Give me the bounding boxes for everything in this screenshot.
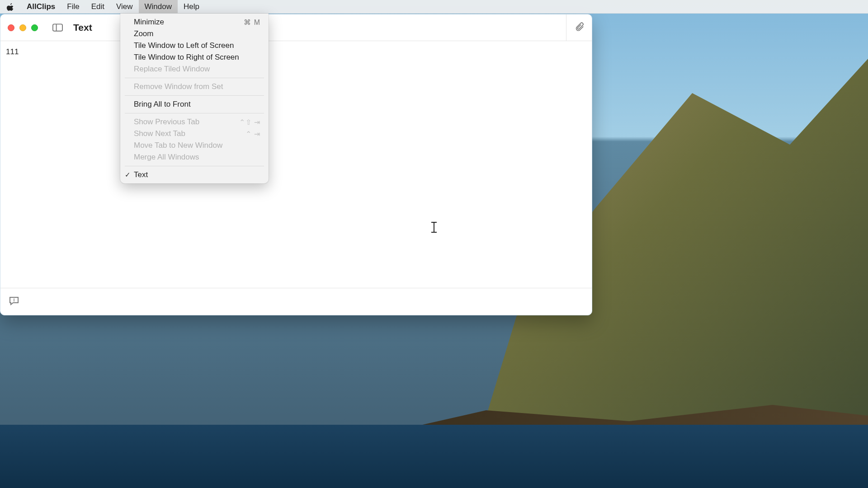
menu-show-prev-tab: Show Previous Tab ⌃⇧ ⇥ [120,116,269,128]
menu-move-tab-new-label: Move Tab to New Window [134,141,222,150]
editor-content[interactable]: 111 [0,41,592,288]
menu-separator [125,78,264,78]
traffic-lights [8,24,38,31]
menu-merge-all-label: Merge All Windows [134,153,199,162]
menu-view[interactable]: View [110,0,139,13]
menu-tile-right-label: Tile Window to Right of Screen [134,53,239,62]
menu-move-tab-new: Move Tab to New Window [120,140,269,151]
menu-window-entry-text[interactable]: ✓ Text [120,169,269,181]
menu-minimize-shortcut: ⌘ M [244,18,260,27]
menu-tile-right[interactable]: Tile Window to Right of Screen [120,52,269,63]
menu-file[interactable]: File [61,0,85,13]
close-button[interactable] [8,24,14,31]
menu-show-prev-tab-shortcut: ⌃⇧ ⇥ [239,118,260,127]
menu-separator [125,113,264,113]
menu-bring-all-front-label: Bring All to Front [134,100,191,109]
menubar: AllClips File Edit View Window Help [0,0,868,14]
menu-app-name[interactable]: AllClips [21,0,61,13]
menu-remove-from-set-label: Remove Window from Set [134,82,223,91]
comment-info-icon [9,296,19,306]
apple-menu[interactable] [0,3,21,11]
toolbar-separator [566,14,566,41]
document-text: 111 [6,47,19,56]
fullscreen-button[interactable] [31,24,38,31]
sidebar-icon [52,23,63,32]
menu-separator [125,95,264,96]
titlebar: Text [0,14,592,41]
sidebar-toggle-button[interactable] [51,22,64,33]
menu-show-next-tab: Show Next Tab ⌃ ⇥ [120,128,269,140]
window-title: Text [73,22,92,33]
menu-help[interactable]: Help [178,0,205,13]
menu-bring-all-front[interactable]: Bring All to Front [120,99,269,110]
menu-separator [125,166,264,166]
menu-window-entry-label: Text [134,170,148,179]
apple-icon [6,3,14,11]
menu-tile-left-label: Tile Window to Left of Screen [134,41,234,50]
svg-rect-0 [52,24,62,31]
attachment-button[interactable] [575,22,585,33]
menu-edit[interactable]: Edit [85,0,110,13]
menu-remove-from-set: Remove Window from Set [120,81,269,93]
info-button[interactable] [9,296,19,308]
footer-bar [0,288,592,315]
menu-window[interactable]: Window [139,0,178,13]
menu-merge-all: Merge All Windows [120,151,269,163]
menu-zoom[interactable]: Zoom [120,28,269,40]
checkmark-icon: ✓ [125,171,131,179]
paperclip-icon [575,22,585,32]
menu-show-next-tab-label: Show Next Tab [134,129,185,138]
menu-show-prev-tab-label: Show Previous Tab [134,117,199,127]
menu-minimize-label: Minimize [134,18,164,27]
menu-replace-tiled-label: Replace Tiled Window [134,65,210,74]
desktop-water [0,425,868,488]
menu-tile-left[interactable]: Tile Window to Left of Screen [120,40,269,52]
text-cursor-icon [431,222,437,233]
menu-zoom-label: Zoom [134,29,153,38]
svg-point-2 [14,298,15,300]
window-menu-dropdown: Minimize ⌘ M Zoom Tile Window to Left of… [120,14,269,183]
app-window: Text 111 [0,14,592,315]
menu-minimize[interactable]: Minimize ⌘ M [120,16,269,28]
menu-show-next-tab-shortcut: ⌃ ⇥ [245,130,260,138]
menu-replace-tiled: Replace Tiled Window [120,63,269,75]
minimize-button[interactable] [19,24,26,31]
